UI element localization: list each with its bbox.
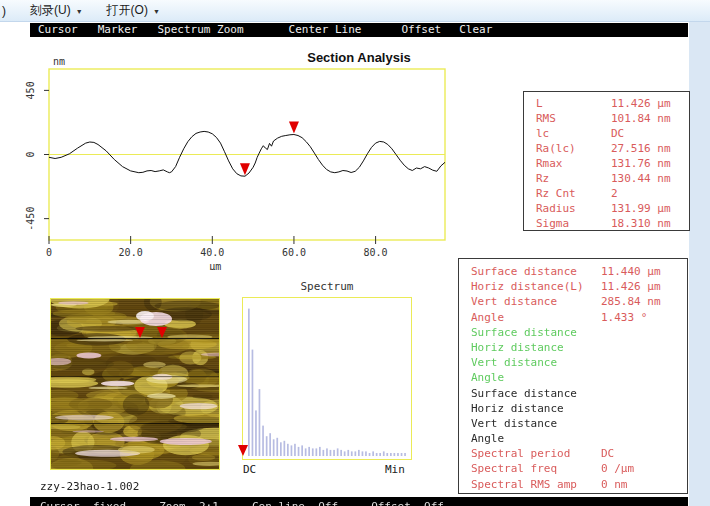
stat-value: 11.440 µm	[601, 265, 661, 278]
y-tick-label: 0	[25, 151, 36, 157]
toolbar-offset[interactable]: Offset	[401, 23, 441, 37]
stat-value: 2	[611, 187, 618, 200]
table-row: Surface distance11.440 µm	[459, 265, 687, 280]
stat-value: 131.76 nm	[611, 157, 671, 170]
stat-value: 131.99 µm	[611, 202, 671, 215]
table-row: Horiz distance	[459, 402, 687, 417]
spectrum-bar	[316, 448, 318, 456]
window-background-strip	[689, 22, 710, 506]
stat-label: Angle	[471, 371, 504, 384]
stat-label: Ra(lc)	[536, 142, 576, 155]
stat-label: Sigma	[536, 217, 569, 230]
profile-cursor-marker-2[interactable]	[289, 122, 299, 134]
nanoscope-section-window: ) 刻录(U) ▼ 打开(O) ▼ Cursor Marker Spectrum…	[0, 0, 710, 506]
stat-value: 0 nm	[601, 478, 628, 491]
table-row: Radius131.99 µm	[524, 202, 689, 217]
table-row: RMS101.84 nm	[524, 112, 689, 127]
spectrum-bar	[365, 451, 367, 456]
menu-burn-label: 刻录(U)	[30, 2, 71, 19]
spectrum-bar	[269, 433, 271, 456]
toolbar-marker[interactable]: Marker	[98, 23, 138, 37]
spectrum-chart[interactable]	[242, 297, 412, 460]
table-row: Rz130.44 nm	[524, 172, 689, 187]
table-row: Angle	[459, 371, 687, 386]
afm-image[interactable]	[50, 298, 220, 470]
table-row: Angle	[459, 432, 687, 447]
y-tick-label: -450	[25, 207, 36, 231]
afm-cursor-marker-2[interactable]	[157, 327, 167, 338]
stat-label: RMS	[536, 112, 556, 125]
spectrum-bar	[333, 450, 335, 456]
stat-label: Spectral RMS amp	[471, 478, 577, 491]
stat-label: Rmax	[536, 157, 563, 170]
table-row: Spectral periodDC	[459, 447, 687, 462]
spectrum-bar	[287, 444, 289, 456]
spectrum-bar	[255, 410, 257, 456]
status-bar-text: Cursor fixed Zoom 2:1 Cen line Off Offse…	[40, 500, 444, 506]
toolbar-clear[interactable]: Clear	[459, 23, 492, 37]
spectrum-bar	[294, 444, 296, 456]
spectrum-bar	[358, 450, 360, 456]
table-row: Surface distance	[459, 387, 687, 402]
spectrum-bar	[276, 438, 278, 456]
table-row: Vert distance	[459, 417, 687, 432]
table-row: Spectral RMS amp0 nm	[459, 478, 687, 493]
profile-chart[interactable]: 4500-450nm020.040.060.080.0µm	[20, 58, 456, 270]
menu-burn[interactable]: 刻录(U) ▼	[30, 2, 83, 19]
table-row: Rmax131.76 nm	[524, 157, 689, 172]
stat-label: Vert distance	[471, 356, 557, 369]
stat-label: Rz Cnt	[536, 187, 576, 200]
afm-cursor-marker-1[interactable]	[135, 327, 145, 338]
stat-label: Radius	[536, 202, 576, 215]
spectrum-bar	[280, 442, 282, 456]
table-row: Horiz distance(L)11.426 µm	[459, 280, 687, 295]
menu-fragment[interactable]: )	[2, 4, 6, 18]
stat-value: 101.84 nm	[611, 112, 671, 125]
spectrum-bar	[401, 453, 403, 456]
stat-value: DC	[611, 127, 624, 140]
table-row: lcDC	[524, 127, 689, 142]
spectrum-bars	[243, 298, 411, 459]
spectrum-bar	[369, 453, 371, 456]
spectrum-bar	[376, 453, 378, 456]
x-tick-label: 20.0	[119, 247, 143, 258]
spectrum-bar	[379, 453, 381, 456]
filename-label: zzy-23hao-1.002	[40, 480, 139, 493]
stat-value: 0 /µm	[601, 462, 634, 475]
stat-value: 27.516 nm	[611, 142, 671, 155]
stat-label: Surface distance	[471, 326, 577, 339]
menu-bar: ) 刻录(U) ▼ 打开(O) ▼	[0, 0, 710, 22]
stat-value: 1.433 °	[601, 311, 647, 324]
toolbar-spectrum-zoom[interactable]: Spectrum Zoom	[158, 23, 244, 37]
spectrum-bar	[340, 450, 342, 456]
toolbar-center-line[interactable]: Center Line	[289, 23, 362, 37]
toolbar-cursor[interactable]: Cursor	[38, 23, 78, 37]
spectrum-bar	[330, 450, 332, 456]
spectrum-title: Spectrum	[242, 280, 412, 293]
menu-open[interactable]: 打开(O) ▼	[107, 2, 160, 19]
stat-label: lc	[536, 127, 549, 140]
table-row: Ra(lc)27.516 nm	[524, 142, 689, 157]
stat-label: Rz	[536, 172, 549, 185]
stat-label: Vert distance	[471, 295, 557, 308]
stat-label: Surface distance	[471, 265, 577, 278]
stat-label: L	[536, 97, 543, 110]
table-row: L11.426 µm	[524, 97, 689, 112]
spectrum-bar	[355, 451, 357, 456]
spectrum-bar	[404, 453, 406, 456]
spectrum-bar	[372, 451, 374, 456]
spectrum-left-label: DC	[243, 463, 256, 476]
stat-value: 11.426 µm	[601, 280, 661, 293]
spectrum-dc-marker[interactable]	[238, 445, 248, 456]
afm-topography-canvas	[51, 299, 219, 469]
section-toolbar: Cursor Marker Spectrum Zoom Center Line …	[30, 23, 688, 37]
spectrum-bar	[347, 450, 349, 456]
spectrum-bar	[397, 453, 399, 456]
spectrum-bar	[319, 447, 321, 456]
stat-label: Spectral period	[471, 447, 570, 460]
spectrum-bar	[298, 447, 300, 456]
spectrum-bar	[323, 450, 325, 456]
stat-label: Vert distance	[471, 417, 557, 430]
spectrum-bar	[284, 441, 286, 456]
stat-label: Surface distance	[471, 387, 577, 400]
